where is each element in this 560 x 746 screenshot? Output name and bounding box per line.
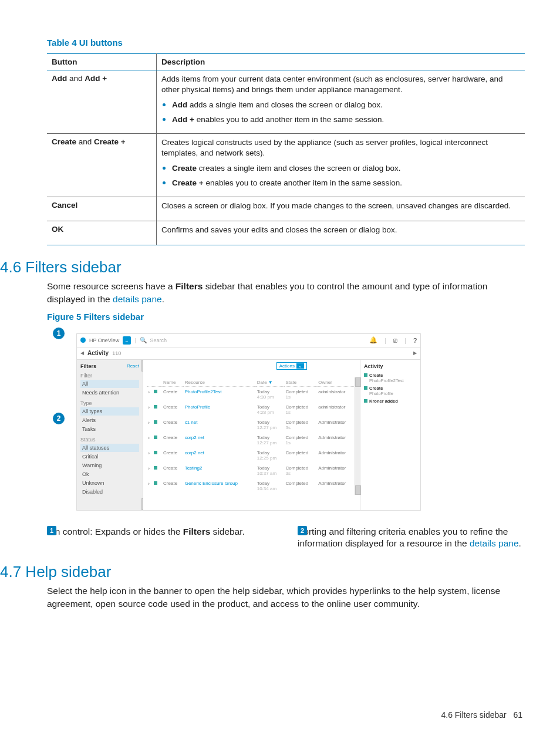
callout-1: 1 bbox=[53, 328, 65, 339]
details-pane-link-2[interactable]: details pane bbox=[470, 538, 519, 548]
filter-option[interactable]: All bbox=[80, 380, 139, 388]
activity-side-pane: Activity CreatePhotoProfile2TestCreatePh… bbox=[360, 360, 420, 510]
legend-2-text: Sorting and filtering criteria enables y… bbox=[298, 526, 525, 551]
grid-header[interactable]: Date ▼ bbox=[256, 379, 285, 387]
table-row[interactable]: ▹Createcorp2 netToday12:25 pmCompletedAd… bbox=[147, 448, 356, 463]
status-label: Status bbox=[80, 437, 139, 443]
button-cell: Create and Create + bbox=[47, 133, 157, 197]
description-cell: Creates logical constructs used by the a… bbox=[157, 133, 525, 197]
figure-legend: 1 Pin control: Expands or hides the Filt… bbox=[47, 526, 525, 551]
description-cell: Adds items from your current data center… bbox=[157, 70, 525, 134]
heading-4-6: 4.6 Filters sidebar bbox=[0, 258, 525, 276]
heading-4-7: 4.7 Help sidebar bbox=[0, 563, 525, 581]
activity-grid: NameResourceDate ▼StateOwner ▹CreatePhot… bbox=[147, 379, 356, 494]
menu-chevron-icon[interactable]: ⌄ bbox=[123, 336, 131, 345]
section-4-6-para: Some resource screens have a Filters sid… bbox=[47, 280, 525, 305]
actions-button[interactable]: Actions⌄ bbox=[276, 362, 307, 370]
hp-logo-icon bbox=[80, 337, 86, 343]
button-cell: Cancel bbox=[47, 197, 157, 221]
filter-option[interactable]: Disabled bbox=[80, 488, 139, 496]
filter-option[interactable]: All statuses bbox=[80, 444, 139, 452]
filter-option[interactable]: Warning bbox=[80, 461, 139, 470]
callout-2: 2 bbox=[53, 413, 65, 424]
scroll-thumb-top[interactable] bbox=[355, 377, 361, 387]
figure-caption: Figure 5 Filters sidebar bbox=[47, 312, 525, 322]
scrollbar[interactable] bbox=[355, 377, 360, 495]
table-row[interactable]: ▹CreateTesting2Today10:37 amCompleted3sA… bbox=[147, 463, 356, 478]
search-icon[interactable]: 🔍 bbox=[140, 337, 147, 343]
th-button: Button bbox=[47, 54, 157, 70]
side-title: Activity bbox=[364, 363, 417, 369]
description-cell: Closes a screen or dialog box. If you ma… bbox=[157, 197, 525, 221]
table-row[interactable]: ▹Createc1 netToday12:27 pmCompleted3sAdm… bbox=[147, 417, 356, 433]
filters-title: Filters bbox=[80, 363, 96, 369]
main-pane: Actions⌄ NameResourceDate ▼StateOwner ▹C… bbox=[143, 360, 360, 510]
reset-link[interactable]: Reset bbox=[127, 363, 139, 369]
description-cell: Confirms and saves your edits and closes… bbox=[157, 221, 525, 245]
details-pane-link[interactable]: details pane bbox=[113, 294, 162, 304]
filter-option[interactable]: Alerts bbox=[80, 416, 139, 424]
side-item[interactable]: CreatePhotoProfile bbox=[364, 386, 417, 396]
legend-1-text: Pin control: Expands or hides the Filter… bbox=[47, 526, 274, 551]
session-icon[interactable]: ⎚ bbox=[393, 337, 397, 344]
legend-marker-1: 1 bbox=[47, 526, 56, 535]
help-icon[interactable]: ? bbox=[413, 337, 417, 344]
side-item[interactable]: Kroner added bbox=[364, 399, 417, 404]
filter-option[interactable]: Critical bbox=[80, 453, 139, 461]
button-cell: Add and Add + bbox=[47, 70, 157, 134]
grid-header[interactable]: Resource bbox=[184, 379, 256, 387]
filter-option[interactable]: Tasks bbox=[80, 425, 139, 433]
side-item[interactable]: CreatePhotoProfile2Test bbox=[364, 373, 417, 383]
filter-label: Filter bbox=[80, 373, 139, 379]
table-row[interactable]: ▹CreateGeneric Enclosure GroupToday10:34… bbox=[147, 478, 356, 494]
section-4-7-para: Select the help icon in the banner to op… bbox=[47, 585, 525, 610]
th-description: Description bbox=[157, 54, 525, 70]
type-label: Type bbox=[80, 400, 139, 406]
grid-header[interactable] bbox=[147, 379, 153, 387]
legend-marker-2: 2 bbox=[298, 526, 307, 535]
bell-icon[interactable]: 🔔 bbox=[369, 336, 377, 344]
pin-right-icon[interactable]: ▶ bbox=[413, 350, 417, 356]
table-row[interactable]: ▹CreatePhotoProfile2TestToday4:30 pmComp… bbox=[147, 386, 356, 402]
screenshot: HP OneView ⌄ | 🔍 Search 🔔 | ⎚ | ? ◀ Ac bbox=[76, 333, 421, 511]
grid-header[interactable] bbox=[153, 379, 162, 387]
pin-left-icon[interactable]: ◀ bbox=[80, 350, 84, 356]
app-name: HP OneView bbox=[89, 337, 119, 343]
figure-5: 1 2 HP OneView ⌄ | 🔍 Search 🔔 | ⎚ | ? bbox=[53, 328, 423, 515]
table-row[interactable]: ▹CreatePhotoProfileToday4:28 pmCompleted… bbox=[147, 402, 356, 417]
grid-header[interactable]: Name bbox=[162, 379, 184, 387]
crumb-title: Activity bbox=[87, 350, 109, 356]
search-placeholder[interactable]: Search bbox=[150, 337, 167, 343]
grid-header[interactable]: State bbox=[284, 379, 317, 387]
ui-buttons-table: Button Description Add and Add +Adds ite… bbox=[47, 53, 525, 245]
grid-header[interactable]: Owner bbox=[317, 379, 356, 387]
filters-sidebar: FiltersReset Filter AllNeeds attention T… bbox=[77, 360, 143, 510]
filter-option[interactable]: Needs attention bbox=[80, 389, 139, 397]
table-caption: Table 4 UI buttons bbox=[47, 29, 525, 53]
button-cell: OK bbox=[47, 221, 157, 245]
crumb-count: 110 bbox=[112, 350, 121, 356]
table-row[interactable]: ▹Createcorp2 netToday12:27 pmCompleted1s… bbox=[147, 433, 356, 448]
filter-option[interactable]: All types bbox=[80, 407, 139, 416]
filter-option[interactable]: Unknown bbox=[80, 479, 139, 487]
filter-option[interactable]: Ok bbox=[80, 470, 139, 478]
page-footer: 4.6 Filters sidebar 61 bbox=[47, 710, 525, 720]
scroll-thumb-bottom[interactable] bbox=[355, 485, 361, 495]
